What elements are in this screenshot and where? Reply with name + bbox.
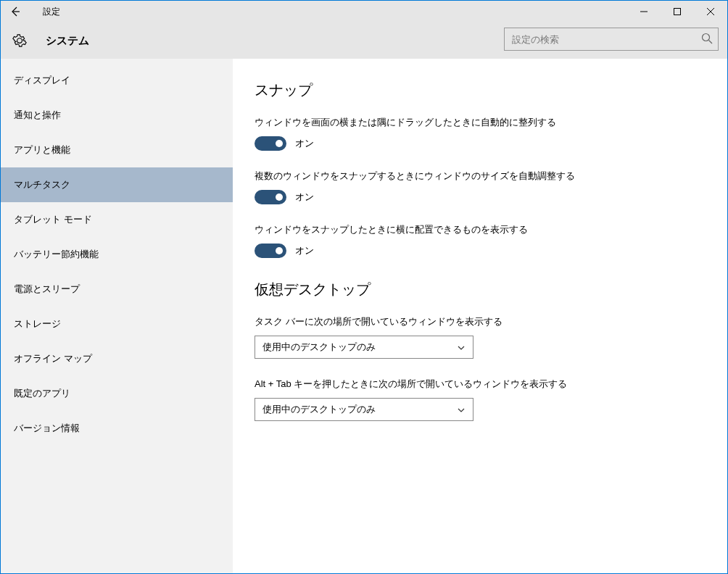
section-title: システム <box>46 34 89 48</box>
back-button[interactable] <box>1 1 30 22</box>
dropdown-value: 使用中のデスクトップのみ <box>262 341 376 354</box>
setting-label: ウィンドウを画面の横または隅にドラッグしたときに自動的に整列する <box>255 116 706 129</box>
setting-label: 複数のウィンドウをスナップするときにウィンドウのサイズを自動調整する <box>255 170 706 183</box>
vd-taskbar-dropdown[interactable]: 使用中のデスクトップのみ <box>255 336 473 359</box>
toggle-state-label: オン <box>295 137 314 150</box>
search-container <box>504 28 719 51</box>
window-title: 設定 <box>43 6 60 18</box>
close-icon <box>707 8 714 15</box>
sidebar-item-label: ストレージ <box>14 317 61 330</box>
sidebar-item-label: オフライン マップ <box>14 352 92 365</box>
maximize-icon <box>674 8 681 15</box>
header-bar: システム <box>1 22 727 59</box>
back-arrow-icon <box>9 6 21 17</box>
sidebar-item-multitask[interactable]: マルチタスク <box>1 167 233 202</box>
sidebar-item-about[interactable]: バージョン情報 <box>1 411 233 446</box>
sidebar-item-tablet[interactable]: タブレット モード <box>1 202 233 237</box>
sidebar-item-notifications[interactable]: 通知と操作 <box>1 98 233 133</box>
toggle-state-label: オン <box>295 191 314 204</box>
sidebar-item-label: ディスプレイ <box>14 74 70 87</box>
snap-toggle-3[interactable] <box>255 244 286 258</box>
search-input[interactable] <box>504 28 719 51</box>
content-area: スナップ ウィンドウを画面の横または隅にドラッグしたときに自動的に整列する オン… <box>233 59 727 573</box>
sidebar-item-storage[interactable]: ストレージ <box>1 307 233 341</box>
sidebar-item-battery[interactable]: バッテリー節約機能 <box>1 237 233 272</box>
virtual-desktop-heading: 仮想デスクトップ <box>255 280 706 299</box>
maximize-button[interactable] <box>661 1 694 22</box>
window-controls <box>627 1 727 22</box>
snap-setting-1: ウィンドウを画面の横または隅にドラッグしたときに自動的に整列する オン <box>255 116 706 151</box>
sidebar-item-offline-maps[interactable]: オフライン マップ <box>1 341 233 376</box>
vd-alttab-dropdown[interactable]: 使用中のデスクトップのみ <box>255 398 473 421</box>
sidebar-item-label: バージョン情報 <box>14 422 80 435</box>
toggle-knob <box>276 140 283 147</box>
setting-label: ウィンドウをスナップしたときに横に配置できるものを表示する <box>255 223 706 236</box>
sidebar-item-label: 通知と操作 <box>14 109 61 122</box>
toggle-row: オン <box>255 136 706 151</box>
sidebar-item-default-apps[interactable]: 既定のアプリ <box>1 376 233 411</box>
minimize-icon <box>640 8 648 15</box>
vd-alttab-setting: Alt + Tab キーを押したときに次の場所で開いているウィンドウを表示する … <box>255 378 706 421</box>
sidebar-item-display[interactable]: ディスプレイ <box>1 63 233 98</box>
sidebar-item-label: 電源とスリープ <box>14 283 80 296</box>
sidebar-item-label: タブレット モード <box>14 213 92 226</box>
vd-taskbar-setting: タスク バーに次の場所で開いているウィンドウを表示する 使用中のデスクトップのみ <box>255 315 706 359</box>
snap-setting-3: ウィンドウをスナップしたときに横に配置できるものを表示する オン <box>255 223 706 258</box>
toggle-row: オン <box>255 244 706 258</box>
toggle-knob <box>276 247 283 254</box>
snap-toggle-1[interactable] <box>255 136 286 151</box>
body: ディスプレイ 通知と操作 アプリと機能 マルチタスク タブレット モード バッテ… <box>1 59 727 573</box>
svg-rect-0 <box>674 9 681 15</box>
sidebar-item-label: バッテリー節約機能 <box>14 248 99 261</box>
minimize-button[interactable] <box>627 1 661 22</box>
sidebar-item-label: マルチタスク <box>14 178 70 191</box>
sidebar-item-apps[interactable]: アプリと機能 <box>1 133 233 167</box>
snap-heading: スナップ <box>255 80 706 100</box>
sidebar-item-label: 既定のアプリ <box>14 387 70 400</box>
chevron-down-icon <box>457 344 466 352</box>
snap-toggle-2[interactable] <box>255 190 286 204</box>
dropdown-value: 使用中のデスクトップのみ <box>262 403 376 416</box>
titlebar: 設定 <box>1 1 727 22</box>
sidebar-item-label: アプリと機能 <box>14 144 70 157</box>
close-button[interactable] <box>694 1 727 22</box>
setting-label: タスク バーに次の場所で開いているウィンドウを表示する <box>255 315 706 328</box>
chevron-down-icon <box>457 406 466 415</box>
toggle-knob <box>276 194 283 201</box>
sidebar-item-power[interactable]: 電源とスリープ <box>1 272 233 307</box>
gear-icon <box>11 32 28 49</box>
snap-setting-2: 複数のウィンドウをスナップするときにウィンドウのサイズを自動調整する オン <box>255 170 706 204</box>
setting-label: Alt + Tab キーを押したときに次の場所で開いているウィンドウを表示する <box>255 378 706 391</box>
sidebar: ディスプレイ 通知と操作 アプリと機能 マルチタスク タブレット モード バッテ… <box>1 59 233 573</box>
toggle-state-label: オン <box>295 244 314 257</box>
toggle-row: オン <box>255 190 706 204</box>
